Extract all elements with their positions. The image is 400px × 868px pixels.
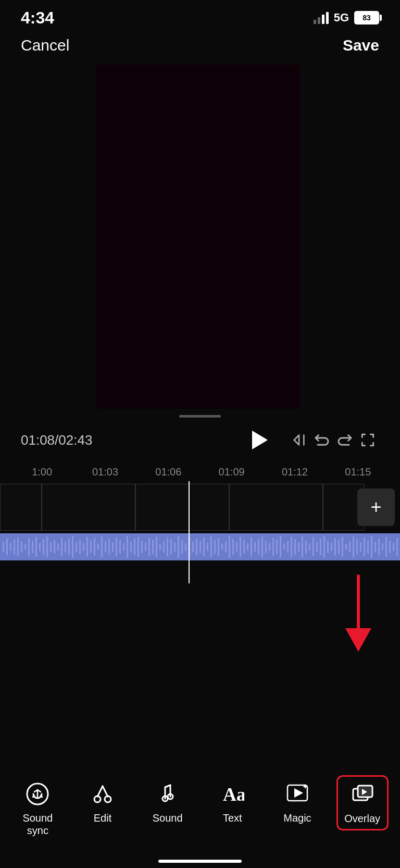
svg-rect-57 xyxy=(210,536,212,557)
play-button[interactable] xyxy=(246,427,272,453)
audio-waveform xyxy=(0,533,400,560)
top-bar: Cancel Save xyxy=(0,31,400,65)
svg-rect-69 xyxy=(254,542,256,552)
svg-text:Aa: Aa xyxy=(223,784,244,805)
timeline-ruler: 1:00 01:03 01:06 01:09 01:12 01:15 xyxy=(0,462,400,481)
svg-rect-98 xyxy=(360,542,361,552)
svg-rect-56 xyxy=(207,543,208,551)
svg-rect-108 xyxy=(396,538,398,556)
magic-label: Magic xyxy=(283,812,311,824)
svg-rect-25 xyxy=(94,538,95,556)
svg-rect-27 xyxy=(101,536,103,557)
toolbar-item-edit[interactable]: Edit xyxy=(77,775,129,829)
svg-rect-87 xyxy=(320,539,321,555)
ruler-label-0: 1:00 xyxy=(10,466,73,478)
svg-rect-17 xyxy=(65,541,66,553)
svg-marker-120 xyxy=(294,788,303,798)
svg-rect-30 xyxy=(112,542,114,552)
ruler-label-3: 01:09 xyxy=(200,466,263,478)
add-clip-button[interactable]: + xyxy=(357,488,395,526)
svg-rect-81 xyxy=(298,542,299,552)
cancel-button[interactable]: Cancel xyxy=(21,36,69,54)
arrow-annotation xyxy=(322,571,374,654)
svg-rect-85 xyxy=(312,537,314,556)
svg-rect-100 xyxy=(367,540,369,554)
toolbar-item-text[interactable]: Aa Text xyxy=(206,775,258,829)
toolbar-item-overlay[interactable]: Overlay xyxy=(336,775,389,830)
save-button[interactable]: Save xyxy=(343,36,379,54)
svg-rect-22 xyxy=(83,543,84,551)
svg-rect-52 xyxy=(192,542,194,552)
scissors-icon xyxy=(91,782,115,806)
fullscreen-button[interactable] xyxy=(356,429,379,451)
svg-line-114 xyxy=(97,786,103,797)
svg-rect-107 xyxy=(393,543,394,551)
svg-rect-78 xyxy=(287,541,289,553)
undo-button[interactable] xyxy=(310,429,333,451)
status-right: 5G 83 xyxy=(314,11,379,25)
edit-label: Edit xyxy=(94,812,111,824)
ruler-label-2: 01:06 xyxy=(137,466,200,478)
svg-rect-55 xyxy=(203,537,205,556)
ruler-label-4: 01:12 xyxy=(263,466,326,478)
svg-rect-47 xyxy=(174,542,176,552)
music-note-icon xyxy=(156,782,180,806)
toolbar-item-sound[interactable]: Sound xyxy=(142,775,194,829)
svg-rect-53 xyxy=(196,539,197,555)
playback-controls: 01:08/02:43 xyxy=(0,418,400,462)
bottom-toolbar: Soundsync Edit xyxy=(0,775,400,847)
svg-rect-102 xyxy=(374,542,376,552)
plus-icon: + xyxy=(370,498,381,517)
music-note-icon-container xyxy=(154,780,181,808)
redo-button[interactable] xyxy=(333,429,356,451)
svg-rect-79 xyxy=(291,537,292,557)
svg-rect-105 xyxy=(385,537,387,557)
signal-bar-3 xyxy=(322,15,324,24)
scissors-icon-container xyxy=(89,780,116,808)
svg-rect-10 xyxy=(39,543,41,551)
svg-rect-8 xyxy=(32,541,33,553)
svg-rect-41 xyxy=(152,540,154,554)
svg-rect-91 xyxy=(334,538,336,556)
svg-rect-12 xyxy=(46,536,48,557)
svg-rect-104 xyxy=(382,543,383,551)
toolbar-item-sound-sync[interactable]: Soundsync xyxy=(11,775,64,842)
svg-rect-72 xyxy=(265,541,267,553)
audio-track[interactable] xyxy=(0,533,400,560)
svg-rect-66 xyxy=(243,540,245,554)
svg-rect-89 xyxy=(327,541,329,553)
video-clip-3[interactable] xyxy=(135,484,229,531)
svg-rect-38 xyxy=(141,541,143,553)
svg-rect-70 xyxy=(258,539,259,555)
video-clip-1[interactable] xyxy=(0,484,42,531)
svg-rect-58 xyxy=(214,540,216,554)
toolbar-item-magic[interactable]: Magic xyxy=(271,775,323,829)
status-bar: 4:34 5G 83 xyxy=(0,0,400,31)
ruler-label-5: 01:15 xyxy=(327,466,390,478)
home-indicator xyxy=(158,860,242,863)
svg-rect-2 xyxy=(10,543,11,551)
svg-rect-42 xyxy=(156,536,157,557)
svg-rect-50 xyxy=(185,543,186,551)
signal-bar-1 xyxy=(314,20,316,24)
svg-rect-11 xyxy=(43,539,44,555)
svg-rect-19 xyxy=(72,536,73,558)
svg-rect-71 xyxy=(261,536,263,557)
svg-rect-103 xyxy=(378,539,380,555)
svg-rect-101 xyxy=(371,536,372,558)
svg-rect-28 xyxy=(105,541,106,553)
empty-area xyxy=(0,560,400,706)
rewind-button[interactable] xyxy=(288,429,310,451)
svg-rect-40 xyxy=(148,538,150,556)
svg-rect-84 xyxy=(309,543,310,551)
video-clip-4[interactable] xyxy=(229,484,323,531)
svg-rect-106 xyxy=(389,541,391,553)
svg-rect-35 xyxy=(130,542,132,552)
svg-rect-32 xyxy=(119,540,121,554)
video-clip-2[interactable] xyxy=(42,484,135,531)
svg-rect-74 xyxy=(272,538,274,556)
overlay-icon-container xyxy=(349,781,376,808)
video-clips-row: + xyxy=(0,481,400,533)
svg-rect-68 xyxy=(251,537,252,556)
svg-line-115 xyxy=(103,786,108,797)
